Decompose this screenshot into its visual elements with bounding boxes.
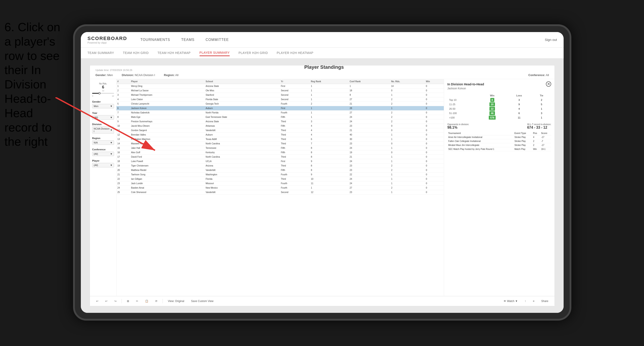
cell-yr: Third — [280, 119, 310, 124]
h2h-col-loss: Loss — [506, 93, 532, 98]
table-row[interactable]: 15 Jake Hall Tennessee Fifth 8 24 1 0 — [116, 146, 444, 150]
table-row[interactable]: 18 Luke Powell UCLA First 9 24 1 0 — [116, 159, 444, 164]
sub-nav-player-h2h-grid[interactable]: PLAYER H2H GRID — [238, 50, 268, 56]
cell-no-rds: 2 — [390, 119, 425, 124]
table-row[interactable]: 11 Gordon Sargent Vanderbilt Third 4 21 … — [116, 128, 444, 133]
table-row[interactable]: 17 David Ford North Carolina Third 8 21 … — [116, 155, 444, 159]
sub-nav: TEAM SUMMARY TEAM H2H GRID TEAM H2H HEAT… — [81, 47, 564, 59]
t-col-tournament: Tournament — [447, 131, 514, 135]
grid-button[interactable]: ⊞ — [125, 299, 131, 304]
cell-conf-rank: 1 — [349, 84, 390, 88]
upload-button[interactable]: ↑ — [523, 299, 528, 304]
cell-reg-rank: 8 — [310, 164, 349, 168]
cell-win: 0 — [425, 150, 444, 155]
division-control[interactable]: NCAA Division I ▼ — [92, 127, 114, 134]
table-row[interactable]: 3 Michael Thorbjornsen Stanford Second 1… — [116, 93, 444, 97]
cell-reg-rank: 1 — [310, 93, 349, 97]
share-button[interactable]: Share — [540, 299, 550, 304]
table-row[interactable]: 25 Cole Sherwood Vanderbilt Second 12 23… — [116, 190, 444, 194]
nav-teams[interactable]: TEAMS — [181, 37, 194, 43]
table-row[interactable]: 4 Luke Claton Florida State Second 1 27 … — [116, 97, 444, 102]
col-yr: Yr — [280, 79, 310, 84]
sub-nav-team-h2h-grid[interactable]: TEAM H2H GRID — [123, 50, 148, 56]
conference-control[interactable]: (All) ▼ — [92, 152, 114, 156]
view-original-button[interactable]: View: Original — [166, 299, 186, 304]
table-row[interactable]: 6 Jackson Koivun Auburn First 1 28 1 0 — [116, 106, 444, 111]
table-row[interactable]: 7 Nicholas Gabrelcik North Florida Fourt… — [116, 111, 444, 115]
h2h-title: In Division Head-to-Head — [447, 82, 484, 86]
t-score: 18-1 — [540, 147, 551, 151]
t-score: -17 — [540, 143, 551, 147]
sign-out-link[interactable]: Sign out — [545, 38, 557, 41]
table-row[interactable]: 22 Ian Gilligan Florida Third 10 24 1 0 — [116, 177, 444, 181]
table-row[interactable]: 12 Brendan Valles Auburn Third 4 40 1 0 — [116, 133, 444, 137]
cell-win: 0 — [425, 190, 444, 194]
table-row[interactable]: 21 Taehoon Song Washington Fourth 9 22 1… — [116, 173, 444, 177]
gender-control[interactable]: Men ▼ — [92, 104, 114, 108]
cell-player: Michael Thorbjornsen — [130, 93, 205, 97]
table-row[interactable]: 13 Phichaksn Maichon Texas A&M Third 6 3… — [116, 137, 444, 142]
cell-win: 0 — [425, 128, 444, 133]
cell-school: Stanford — [205, 93, 280, 97]
cell-reg-rank: 2 — [310, 102, 349, 106]
cell-reg-rank: 1 — [310, 106, 349, 111]
sub-nav-team-summary[interactable]: TEAM SUMMARY — [88, 50, 114, 56]
update-time-label: Update time: 27/03/2024 16:56:26 — [96, 69, 132, 71]
table-row[interactable]: 16 Alex Goff Kentucky Fifth 8 19 0 0 — [116, 150, 444, 155]
paste-button[interactable]: 📋 — [143, 299, 150, 304]
cell-yr: Fourth — [280, 186, 310, 190]
nav-tournaments[interactable]: TOURNAMENTS — [140, 37, 170, 43]
h2h-close-button[interactable]: ✕ — [546, 81, 551, 87]
table-row[interactable]: 20 Matthew Riedel Vanderbilt Fifth 8 23 … — [116, 168, 444, 173]
player-control[interactable]: (All) ▼ — [92, 163, 114, 167]
tournament-row: Fallen Oak Collegiate Invitational Strok… — [447, 139, 551, 143]
watch-button[interactable]: 👁 Watch ▼ — [502, 299, 520, 304]
cell-no-rds: 1 — [390, 173, 425, 177]
slider-track[interactable] — [92, 93, 114, 94]
undo-button[interactable]: ↩ — [94, 299, 100, 304]
cell-num: 21 — [116, 173, 130, 177]
tablet-screen: SCOREBOARD Powered by clippi TOURNAMENTS… — [81, 32, 564, 313]
year-control[interactable]: (All) ▼ — [92, 115, 114, 120]
table-row[interactable]: 19 Tiger Christensen Arizona Third 8 23 … — [116, 164, 444, 168]
sub-nav-team-h2h-heatmap[interactable]: TEAM H2H HEATMAP — [158, 50, 190, 56]
sub-nav-player-summary[interactable]: PLAYER SUMMARY — [200, 50, 230, 56]
cell-reg-rank: 8 — [310, 150, 349, 155]
cell-school: Vanderbilt — [205, 168, 280, 173]
cell-num: 25 — [116, 190, 130, 194]
cell-school: Auburn — [205, 106, 280, 111]
cell-player: Maxwell Ford — [130, 142, 205, 146]
table-row[interactable]: 9 Preston Summerhays Arizona State Third… — [116, 119, 444, 124]
table-row[interactable]: 10 Jacob Mou-Olesen Arkansas Fifth 4 23 … — [116, 124, 444, 128]
table-row[interactable]: 14 Maxwell Ford North Carolina Third 7 2… — [116, 142, 444, 146]
sub-nav-player-h2h-heatmap[interactable]: PLAYER H2H HEATMAP — [277, 50, 314, 56]
redo-button[interactable]: ↪ — [112, 299, 118, 304]
h2h-col-tie: Tie — [532, 93, 551, 98]
refresh-button[interactable]: ⟳ — [154, 299, 159, 304]
wl-record: W-L-T record in-division: 674 - 33 - 12 — [527, 123, 551, 130]
list-button[interactable]: ≡ — [531, 299, 536, 304]
player-table-area: # Player School Yr Reg Rank Conf Rank No… — [116, 79, 444, 296]
table-row[interactable]: 5 Christo Lamprecht Georgia Tech Fourth … — [116, 102, 444, 106]
table-row[interactable]: 1 Wenyj Ding Arizona State First 1 1 14 … — [116, 84, 444, 88]
save-custom-view-button[interactable]: Save Custom View — [189, 299, 215, 304]
h2h-loss-cell: 6 — [506, 111, 532, 115]
h2h-col-win: Win — [478, 93, 506, 98]
table-row[interactable]: 23 Jack Lundin Missouri Fourth 11 24 1 0 — [116, 181, 444, 186]
undo2-button[interactable]: ↩ — [104, 299, 109, 304]
h2h-tie-cell: 5 — [532, 102, 551, 107]
table-row[interactable]: 8 Mats Ege East Tennessee State Fifth 1 … — [116, 115, 444, 119]
cell-yr: First — [280, 84, 310, 88]
cell-num: 10 — [116, 124, 130, 128]
division-label: Division — [92, 123, 114, 126]
table-row[interactable]: 2 Michael La Sasse Ole Miss Second 1 18 … — [116, 88, 444, 93]
col-conf-rank: Conf Rank — [349, 79, 390, 84]
h2h-tie-cell: 2 — [532, 98, 551, 102]
region-control[interactable]: N/A ▼ — [92, 140, 114, 145]
cell-school: Vanderbilt — [205, 190, 280, 194]
table-row[interactable]: 24 Bastien Amat New Mexico Fourth 1 27 2… — [116, 186, 444, 190]
t-name: Amer Air Intercollegiate Invitational — [447, 135, 514, 139]
cut-button[interactable]: ✂ — [134, 299, 140, 304]
nav-committee[interactable]: COMMITTEE — [206, 37, 229, 43]
cell-win: 0 — [425, 159, 444, 164]
